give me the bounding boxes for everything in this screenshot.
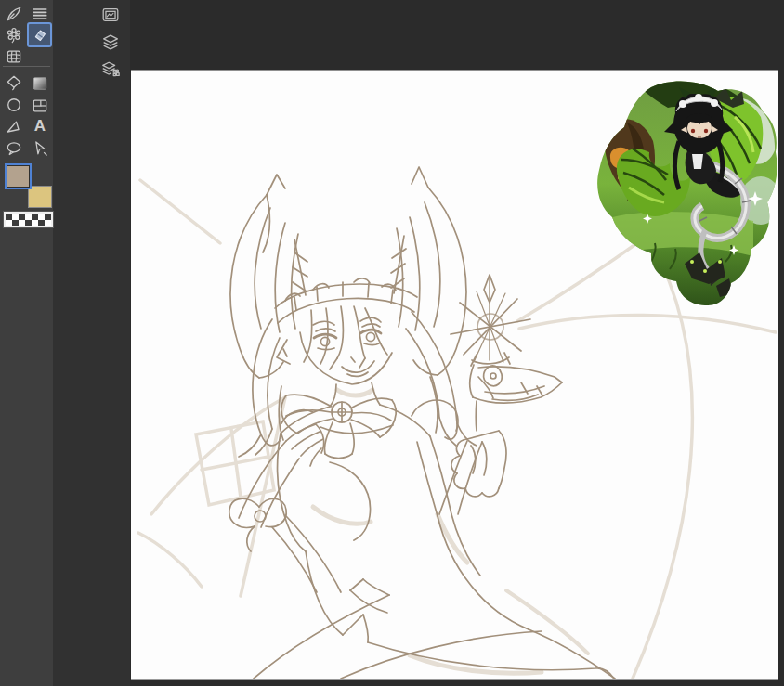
tool-eraser[interactable] — [27, 22, 52, 47]
mesh-grid-icon — [5, 47, 23, 66]
speech-balloon-icon — [5, 139, 23, 158]
layer-search-palette-icon — [100, 59, 121, 80]
ellipse-icon — [5, 96, 23, 114]
tool-fill[interactable] — [3, 71, 25, 94]
text-a-icon: A — [34, 117, 46, 136]
drawing-canvas[interactable] — [131, 70, 778, 680]
gradient-square-icon — [31, 74, 49, 93]
eraser-icon — [31, 26, 49, 45]
app-window: A — [0, 0, 784, 686]
layers-palette-icon — [100, 32, 121, 53]
tool-figure[interactable] — [3, 94, 25, 116]
transparent-color-swatch[interactable] — [4, 212, 53, 227]
dock-layer-search[interactable] — [98, 58, 123, 82]
tool-object[interactable] — [29, 137, 51, 160]
tool-frame[interactable] — [29, 95, 51, 117]
tool-divider — [3, 66, 50, 67]
palette-dock — [53, 0, 130, 686]
tool-balloon[interactable] — [3, 137, 25, 160]
tool-decoration[interactable] — [3, 24, 25, 46]
decoration-flower-icon — [5, 26, 23, 45]
fill-diamond-icon — [5, 73, 23, 92]
frame-panel-icon — [31, 97, 49, 115]
tool-gradient[interactable] — [29, 72, 51, 95]
workspace — [130, 0, 784, 686]
dock-layers[interactable] — [98, 31, 123, 55]
pen-icon — [5, 5, 23, 23]
tool-liquify[interactable] — [3, 45, 25, 68]
navigator-palette-icon — [100, 5, 121, 25]
dense-lines-icon — [31, 5, 49, 23]
object-cursor-icon — [31, 139, 49, 158]
tool-polyline[interactable] — [3, 116, 25, 138]
dock-navigator[interactable] — [98, 3, 123, 27]
polyline-icon — [5, 118, 23, 136]
tool-palette: A — [0, 0, 53, 686]
tool-pen[interactable] — [3, 3, 25, 25]
tool-text[interactable]: A — [29, 115, 51, 137]
main-color-swatch[interactable] — [5, 163, 32, 189]
reference-image — [595, 80, 778, 310]
